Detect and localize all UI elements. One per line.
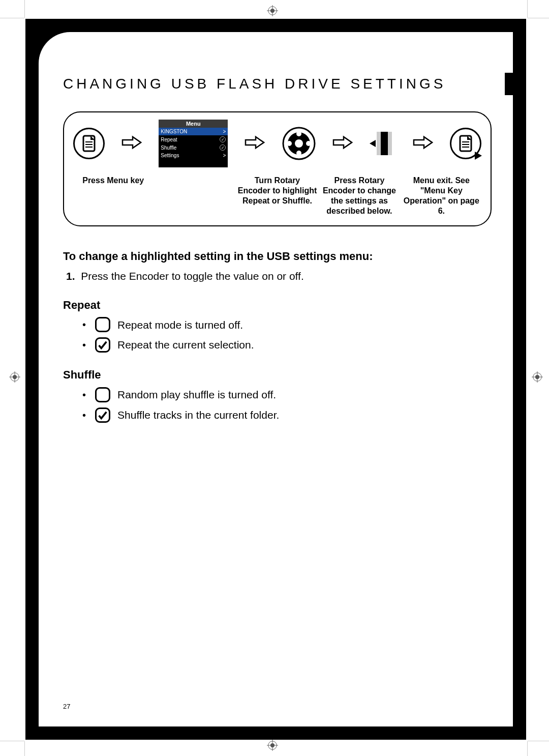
- svg-marker-30: [370, 140, 376, 147]
- page-number: 27: [63, 703, 70, 710]
- svg-rect-16: [83, 136, 95, 151]
- step-caption: Press Rotary Encoder to change the setti…: [319, 176, 399, 216]
- arrow-icon: [121, 135, 142, 152]
- page-black-border: CHANGING USB FLASH DRIVE SETTINGS Menu K…: [25, 19, 526, 740]
- toggle-slider-icon: [370, 129, 396, 158]
- crop-line: [0, 741, 24, 741]
- screen-row: KINGSTON>: [159, 128, 228, 135]
- checkbox-on-icon: [95, 408, 110, 423]
- svg-point-22: [295, 139, 303, 148]
- registration-mark-icon: [267, 740, 278, 751]
- svg-point-23: [296, 131, 301, 136]
- option-item: Repeat mode is turned off.: [82, 315, 492, 335]
- menu-key-icon: [73, 128, 105, 159]
- option-item: Shuffle tracks in the current folder.: [82, 405, 492, 425]
- menu-screen: Menu KINGSTON> Repeat✓ Shuffle✓ Settings…: [159, 120, 228, 167]
- step-caption: Turn Rotary Encoder to highlight Repeat …: [237, 176, 317, 216]
- svg-rect-27: [381, 132, 388, 155]
- checkbox-off-icon: [95, 387, 110, 402]
- setting-title-repeat: Repeat: [63, 299, 492, 312]
- screen-row: Repeat✓: [159, 135, 228, 143]
- crop-line: [24, 0, 25, 18]
- registration-mark-icon: [532, 371, 543, 383]
- crop-line: [0, 18, 24, 18]
- rotary-encoder-icon: [282, 127, 316, 160]
- svg-point-24: [296, 151, 301, 156]
- arrow-icon: [245, 135, 265, 152]
- svg-rect-28: [377, 132, 381, 155]
- step-caption: Menu exit. See "Menu Key Operation" on p…: [402, 176, 481, 216]
- crop-line: [527, 741, 528, 756]
- svg-point-25: [287, 141, 292, 146]
- crop-line: [528, 18, 549, 18]
- svg-point-26: [306, 141, 311, 146]
- setting-title-shuffle: Shuffle: [63, 368, 492, 382]
- svg-rect-29: [388, 132, 392, 155]
- crop-line: [24, 741, 25, 756]
- arrow-icon: [332, 135, 353, 152]
- svg-rect-31: [460, 136, 471, 151]
- menu-exit-icon: [450, 128, 481, 159]
- sub-heading: To change a highlighted setting in the U…: [63, 250, 492, 263]
- step-item: 1. Press the Encoder to toggle the value…: [66, 268, 492, 284]
- crop-line: [527, 0, 528, 18]
- screen-title: Menu: [159, 120, 228, 128]
- crop-line: [528, 741, 549, 741]
- screen-row: Shuffle✓: [159, 143, 228, 152]
- registration-mark-icon: [267, 5, 278, 16]
- option-item: Repeat the current selection.: [82, 335, 492, 355]
- option-item: Random play shuffle is turned off.: [82, 385, 492, 405]
- step-caption: Press Menu key: [73, 176, 153, 216]
- registration-mark-icon: [9, 371, 20, 383]
- arrow-icon: [413, 135, 433, 152]
- section-title: CHANGING USB FLASH DRIVE SETTINGS: [63, 76, 446, 92]
- operation-steps-box: Menu KINGSTON> Repeat✓ Shuffle✓ Settings…: [63, 111, 492, 226]
- screen-row: Settings>: [159, 152, 228, 159]
- page-content-area: CHANGING USB FLASH DRIVE SETTINGS Menu K…: [39, 32, 513, 726]
- checkbox-off-icon: [95, 317, 110, 332]
- checkbox-on-icon: [95, 337, 110, 353]
- tab-marker: [505, 73, 513, 95]
